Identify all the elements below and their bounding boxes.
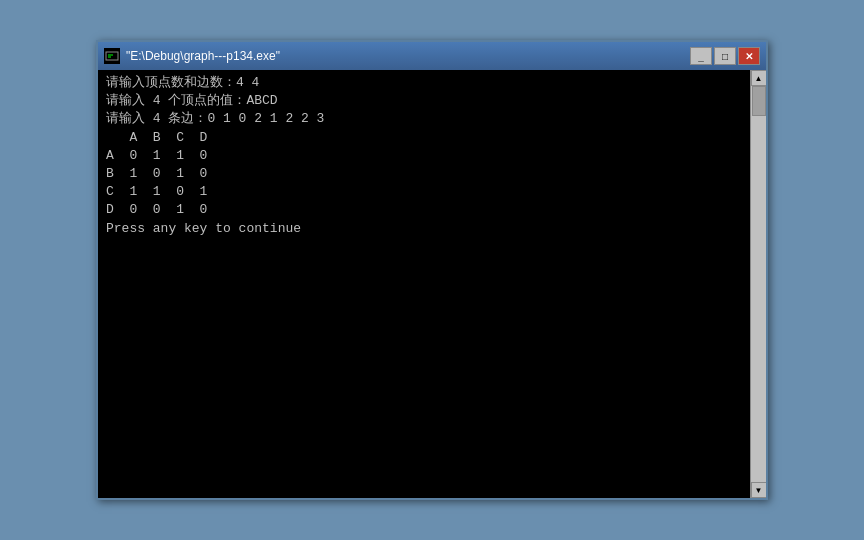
terminal-line: 请输入 4 个顶点的值：ABCD <box>106 92 742 110</box>
terminal-line: A B C D <box>106 129 742 147</box>
terminal-line: Press any key to continue <box>106 220 742 238</box>
content-area: 请输入顶点数和边数：4 4请输入 4 个顶点的值：ABCD请输入 4 条边：0 … <box>98 70 766 498</box>
scrollbar[interactable]: ▲ ▼ <box>750 70 766 498</box>
terminal-line: D 0 0 1 0 <box>106 201 742 219</box>
terminal-output: 请输入顶点数和边数：4 4请输入 4 个顶点的值：ABCD请输入 4 条边：0 … <box>98 70 750 498</box>
title-bar-left: "E:\Debug\graph---p134.exe" <box>104 48 280 64</box>
title-bar: "E:\Debug\graph---p134.exe" _ □ ✕ <box>98 42 766 70</box>
terminal-line: 请输入 4 条边：0 1 0 2 1 2 2 3 <box>106 110 742 128</box>
cmd-window: "E:\Debug\graph---p134.exe" _ □ ✕ 请输入顶点数… <box>96 40 768 500</box>
terminal-line: A 0 1 1 0 <box>106 147 742 165</box>
scroll-down-button[interactable]: ▼ <box>751 482 767 498</box>
terminal-line: 请输入顶点数和边数：4 4 <box>106 74 742 92</box>
maximize-button[interactable]: □ <box>714 47 736 65</box>
app-icon <box>104 48 120 64</box>
scroll-track <box>751 86 766 482</box>
scroll-thumb[interactable] <box>752 86 766 116</box>
scroll-up-button[interactable]: ▲ <box>751 70 767 86</box>
terminal-line: B 1 0 1 0 <box>106 165 742 183</box>
minimize-button[interactable]: _ <box>690 47 712 65</box>
terminal-line: C 1 1 0 1 <box>106 183 742 201</box>
window-title: "E:\Debug\graph---p134.exe" <box>126 49 280 63</box>
svg-rect-1 <box>107 53 117 59</box>
title-buttons: _ □ ✕ <box>690 47 760 65</box>
close-button[interactable]: ✕ <box>738 47 760 65</box>
